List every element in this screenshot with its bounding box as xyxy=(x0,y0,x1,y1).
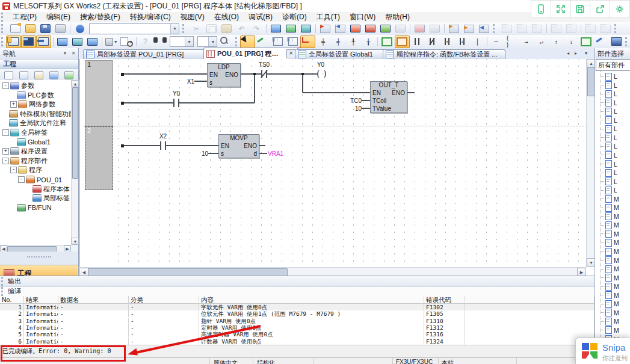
part-item-19[interactable]: M xyxy=(595,230,619,238)
tree-expander-icon[interactable]: - xyxy=(2,82,9,89)
help-button[interactable] xyxy=(72,22,87,35)
tree-item-special-module[interactable]: 特殊模块(智能功能模块 xyxy=(2,110,71,119)
part-item-10[interactable]: L xyxy=(595,151,617,159)
part-item-20[interactable]: M xyxy=(595,238,619,247)
save-project-button[interactable] xyxy=(38,22,53,35)
close-icon[interactable]: ✕ xyxy=(70,50,77,57)
guided-editing-button[interactable] xyxy=(270,35,285,48)
insert-row-button[interactable]: ┿ xyxy=(315,35,330,48)
device-display-mode-button[interactable]: ▼ xyxy=(104,35,119,48)
tree-item-pou-01[interactable]: -POU_01 xyxy=(18,175,62,184)
menu-item-2[interactable]: 编辑(E) xyxy=(42,11,75,23)
part-item-28[interactable]: M xyxy=(595,309,619,317)
part-item-9[interactable]: L xyxy=(595,142,617,150)
device-batch-button[interactable] xyxy=(427,22,442,35)
menu-item-4[interactable]: 转换/编译(C) xyxy=(125,11,176,23)
tree-item-global-label[interactable]: -全局标签 xyxy=(2,128,48,137)
part-item-21[interactable]: M xyxy=(595,247,619,256)
part-filter-dropdown[interactable]: 所有部件 xyxy=(596,60,630,71)
monitor-watch-button[interactable] xyxy=(363,22,378,35)
tree-vertical-scrollbar[interactable]: ▲ ▼ xyxy=(71,80,78,245)
part-item-1[interactable]: L xyxy=(595,72,617,81)
combo-arrow-icon[interactable]: ▼ xyxy=(208,37,217,46)
tree-item-parameters[interactable]: -参数 xyxy=(2,81,34,90)
zoom-select-combo[interactable]: ▼ xyxy=(197,36,217,47)
tree-item-global-device-comment[interactable]: 全局软元件注释 xyxy=(2,119,66,128)
tab-scroll-left-button[interactable]: ◂ xyxy=(564,49,572,57)
monitor-pause-button[interactable] xyxy=(393,22,408,35)
part-item-14[interactable]: L xyxy=(595,186,617,194)
part-item-12[interactable]: L xyxy=(595,168,617,177)
ladder-editor[interactable]: 12TS0Y0X2Y0LDPENENOsOUT_TENENOTCoilTValu… xyxy=(79,59,587,267)
scaling1-button[interactable] xyxy=(583,22,598,35)
tab-scroll-right-button[interactable]: ▸ xyxy=(572,49,579,57)
print-button[interactable] xyxy=(53,22,68,35)
transfer-write-button[interactable] xyxy=(462,22,477,35)
rising-pulse-contact-button[interactable]: ↑ xyxy=(440,35,455,48)
part-item-6[interactable]: L xyxy=(595,116,617,125)
part-item-22[interactable]: M xyxy=(595,256,619,265)
part-item-26[interactable]: M xyxy=(595,291,619,300)
table-row-2[interactable]: 2Information--位软元件 VAR用 使用1点 (范围 M7679 -… xyxy=(0,310,594,317)
function-block-ldp[interactable]: LDPENENOs xyxy=(207,63,241,87)
tree-expander-icon[interactable]: - xyxy=(2,129,9,136)
device-write-monitor-button[interactable] xyxy=(268,22,283,35)
coil-y0[interactable] xyxy=(314,69,327,79)
tree-expander-icon[interactable]: - xyxy=(2,158,9,164)
monitor-stop-button[interactable] xyxy=(378,22,393,35)
combo-arrow-icon[interactable]: ▼ xyxy=(170,24,179,34)
part-item-25[interactable]: M xyxy=(595,282,619,291)
device-comment-button[interactable] xyxy=(70,35,85,48)
undo-button[interactable]: ↶ xyxy=(234,22,249,35)
contact-ts0[interactable] xyxy=(258,69,270,79)
open-project-button[interactable] xyxy=(23,22,38,35)
tree-item-pou[interactable]: -程序部件 xyxy=(2,156,48,165)
transfer-setup-button[interactable] xyxy=(446,22,462,35)
table-row-1[interactable]: 1Information--字软元件 VAR用 使用0点F1302 xyxy=(0,304,594,310)
menu-item-1[interactable]: 工程(P) xyxy=(8,11,42,23)
table-row-5[interactable]: 5Information--高速定时器 VAR用 使用0点F1316 xyxy=(0,331,594,338)
find-device-button[interactable]: ▼ xyxy=(119,35,134,48)
part-item-5[interactable]: L xyxy=(595,107,617,116)
tab-4[interactable]: 顺控程序指令: 函数/FB标签设置 ... xyxy=(383,49,505,59)
contact-y0[interactable] xyxy=(170,98,182,108)
tree-item-global1[interactable]: Global1 xyxy=(10,138,51,147)
menu-item-11[interactable]: 帮助(H) xyxy=(380,11,415,23)
tree-expander-icon[interactable]: + xyxy=(10,101,17,108)
cut-button[interactable]: ✂ xyxy=(189,22,204,35)
label-edit-button[interactable] xyxy=(594,35,609,48)
device-test-button[interactable] xyxy=(412,22,427,35)
table-row-4[interactable]: 4Information--定时器 VAR用 使用0点F1312 xyxy=(0,324,594,331)
part-item-7[interactable]: L xyxy=(595,125,617,133)
paste-button[interactable] xyxy=(219,22,234,35)
part-item-24[interactable]: M xyxy=(595,274,619,282)
part-item-15[interactable]: M xyxy=(595,195,619,203)
navigation-toggle-button[interactable] xyxy=(6,35,21,48)
tab-2[interactable]: POU_01 [PRG] 程序本体 [...✕ xyxy=(203,48,298,59)
zoom-magnifier-button[interactable] xyxy=(219,35,234,48)
find-button[interactable] xyxy=(153,35,168,48)
tree-item-plc-parameter[interactable]: PLC参数 xyxy=(10,91,54,100)
tree-item-program-setting[interactable]: +程序设置 xyxy=(2,147,48,156)
plc-read-button[interactable] xyxy=(333,22,348,35)
tree-item-local-label[interactable]: 局部标签 xyxy=(26,194,70,203)
delete-column-button[interactable]: ╁ xyxy=(360,35,375,48)
editor-vertical-scrollbar[interactable]: ▲ ▼ xyxy=(586,59,595,267)
tab-close-icon[interactable]: ✕ xyxy=(286,49,295,58)
contact-x2[interactable] xyxy=(157,141,169,150)
pin-icon[interactable]: ▾ xyxy=(61,50,69,57)
tree-item-fb-fun[interactable]: FB/FUN xyxy=(10,203,52,212)
part-item-30[interactable]: M xyxy=(595,326,619,335)
ladder-monitor2-button[interactable] xyxy=(514,22,530,35)
combo-arrow-icon[interactable]: ▼ xyxy=(185,37,193,46)
part-item-8[interactable]: L xyxy=(595,134,617,142)
device-memory-button[interactable] xyxy=(85,35,100,48)
snipaste-popup[interactable]: Snipa 你注意到 xyxy=(575,338,630,364)
watch-register-button[interactable] xyxy=(549,22,564,35)
tree-expander-icon[interactable]: - xyxy=(18,176,25,183)
menu-item-3[interactable]: 搜索/替换(F) xyxy=(75,11,125,23)
tree-expander-icon[interactable]: - xyxy=(10,167,17,173)
settings-button[interactable] xyxy=(610,0,630,18)
table-row-6[interactable]: 6Information--计数器 VAR用 使用0点F1324 xyxy=(0,338,594,345)
menu-item-10[interactable]: 窗口(W) xyxy=(345,11,380,23)
